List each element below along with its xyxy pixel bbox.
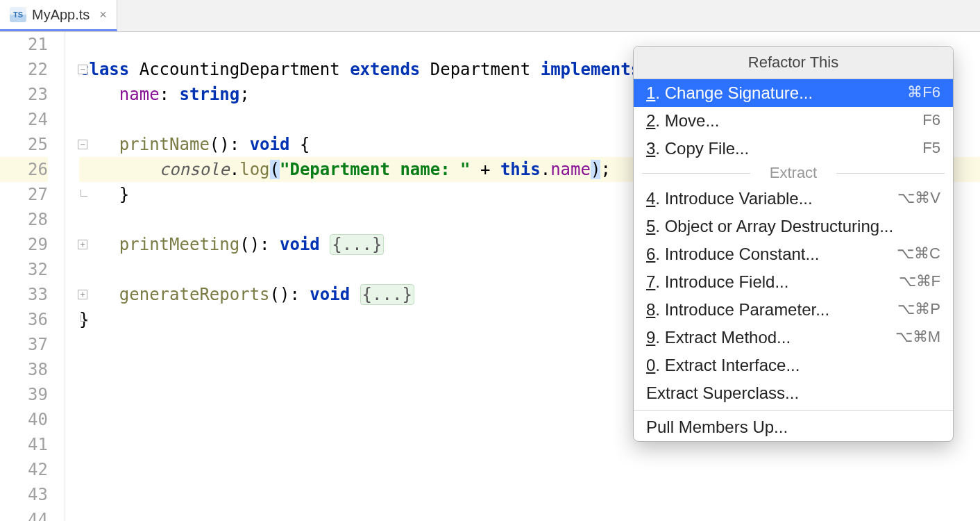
fold-collapse-icon[interactable] bbox=[78, 140, 87, 149]
popup-menu-item[interactable]: Pull Members Up... bbox=[634, 413, 953, 441]
line-number: 22 bbox=[0, 57, 48, 82]
popup-menu-item[interactable]: 1. Change Signature...⌘F6 bbox=[634, 79, 953, 107]
line-number: 24 bbox=[0, 107, 48, 132]
code-line[interactable] bbox=[79, 482, 980, 507]
line-number: 42 bbox=[0, 457, 48, 482]
line-number: 38 bbox=[0, 357, 48, 382]
menu-item-shortcut: ⌥⌘C bbox=[897, 245, 940, 264]
gutter-line: 24 bbox=[0, 107, 48, 132]
gutter-line: 32 bbox=[0, 257, 48, 282]
line-number: 27 bbox=[0, 182, 48, 207]
menu-item-shortcut: ⌥⌘M bbox=[895, 328, 940, 347]
editor-tab[interactable]: TS MyApp.ts × bbox=[0, 0, 117, 31]
menu-item-label: 6. Introduce Constant... bbox=[646, 245, 820, 264]
code-line[interactable] bbox=[79, 457, 980, 482]
popup-menu-item[interactable]: 0. Extract Interface... bbox=[634, 352, 953, 379]
fold-collapse-icon[interactable] bbox=[78, 65, 87, 74]
menu-item-label: 1. Change Signature... bbox=[646, 83, 813, 103]
line-number: 40 bbox=[0, 407, 48, 432]
menu-item-label: Pull Members Up... bbox=[646, 417, 788, 437]
menu-item-shortcut: ⌘F6 bbox=[907, 83, 940, 103]
menu-item-label: 0. Extract Interface... bbox=[646, 356, 800, 375]
tab-bar: TS MyApp.ts × bbox=[0, 0, 980, 32]
line-number: 25 bbox=[0, 132, 48, 157]
line-number: 28 bbox=[0, 207, 48, 232]
gutter-line: 23↑ bbox=[0, 82, 48, 107]
popup-menu-item[interactable]: 8. Introduce Parameter...⌥⌘P bbox=[634, 296, 953, 324]
gutter-line: 40 bbox=[0, 407, 48, 432]
line-number: 26 bbox=[0, 157, 48, 182]
tab-label: MyApp.ts bbox=[32, 7, 90, 23]
line-number: 33 bbox=[0, 282, 48, 307]
menu-item-label: 4. Introduce Variable... bbox=[646, 189, 813, 208]
menu-item-label: 3. Copy File... bbox=[646, 139, 749, 158]
fold-end-icon[interactable] bbox=[81, 190, 87, 197]
gutter-line: 37 bbox=[0, 332, 48, 357]
menu-item-label: 9. Extract Method... bbox=[646, 328, 791, 347]
gutter-line: 21 bbox=[0, 32, 48, 57]
menu-item-shortcut: ⌥⌘P bbox=[897, 300, 940, 320]
line-number: 37 bbox=[0, 332, 48, 357]
line-number: 36 bbox=[0, 307, 48, 332]
fold-end-icon[interactable] bbox=[81, 315, 87, 322]
gutter-line: 26 bbox=[0, 157, 48, 182]
line-number: 39 bbox=[0, 382, 48, 407]
gutter-line: 29 bbox=[0, 232, 48, 257]
menu-item-label: 7. Introduce Field... bbox=[646, 272, 788, 292]
line-number: 32 bbox=[0, 257, 48, 282]
gutter-line: 28 bbox=[0, 207, 48, 232]
popup-menu-item[interactable]: 5. Object or Array Destructuring... bbox=[634, 213, 953, 240]
gutter-line: 36 bbox=[0, 307, 48, 332]
gutter-line: 39 bbox=[0, 382, 48, 407]
popup-menu-item[interactable]: 6. Introduce Constant...⌥⌘C bbox=[634, 240, 953, 268]
menu-item-shortcut: F5 bbox=[922, 139, 940, 158]
menu-item-shortcut: ⌥⌘V bbox=[897, 189, 940, 208]
gutter-line: 42 bbox=[0, 457, 48, 482]
line-number: 21 bbox=[0, 32, 48, 57]
popup-menu-item[interactable]: 9. Extract Method...⌥⌘M bbox=[634, 324, 953, 352]
popup-title: Refactor This bbox=[634, 47, 953, 79]
popup-menu-item[interactable]: 2. Move...F6 bbox=[634, 107, 953, 135]
menu-item-label: 5. Object or Array Destructuring... bbox=[646, 217, 893, 236]
gutter-line: 38 bbox=[0, 357, 48, 382]
gutter-line: 43 bbox=[0, 482, 48, 507]
code-line[interactable] bbox=[79, 507, 980, 521]
menu-item-shortcut: ⌥⌘F bbox=[899, 272, 940, 292]
popup-menu-item[interactable]: Extract Superclass... bbox=[634, 379, 953, 407]
gutter-line: 44 bbox=[0, 507, 48, 521]
menu-item-label: 8. Introduce Parameter... bbox=[646, 300, 829, 320]
popup-menu-item[interactable]: 7. Introduce Field...⌥⌘F bbox=[634, 268, 953, 296]
gutter-line: 22 bbox=[0, 57, 48, 82]
gutter-line: 33↑ bbox=[0, 282, 48, 307]
fold-expand-icon[interactable] bbox=[78, 240, 87, 249]
line-number: 29 bbox=[0, 232, 48, 257]
refactor-popup: Refactor This 1. Change Signature...⌘F62… bbox=[633, 46, 954, 442]
menu-item-shortcut: F6 bbox=[922, 111, 940, 131]
gutter-line: 41 bbox=[0, 432, 48, 457]
popup-section-header: Extract bbox=[634, 164, 953, 182]
menu-item-label: 2. Move... bbox=[646, 111, 719, 131]
gutter-line: 25↑ bbox=[0, 132, 48, 157]
line-number: 43 bbox=[0, 482, 48, 507]
fold-expand-icon[interactable] bbox=[78, 290, 87, 299]
separator bbox=[634, 410, 953, 411]
line-number: 44 bbox=[0, 507, 48, 521]
menu-item-label: Extract Superclass... bbox=[646, 383, 799, 403]
popup-menu-item[interactable]: 3. Copy File...F5 bbox=[634, 135, 953, 163]
gutter: 212223↑2425↑262728293233↑363738394041424… bbox=[0, 32, 65, 521]
typescript-file-icon: TS bbox=[10, 7, 26, 22]
line-number: 41 bbox=[0, 432, 48, 457]
popup-menu-item[interactable]: 4. Introduce Variable...⌥⌘V bbox=[634, 185, 953, 213]
line-number: 23 bbox=[0, 82, 48, 107]
close-icon[interactable]: × bbox=[99, 8, 107, 22]
gutter-line: 27 bbox=[0, 182, 48, 207]
